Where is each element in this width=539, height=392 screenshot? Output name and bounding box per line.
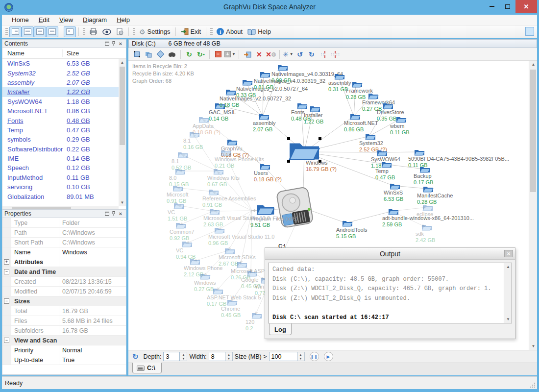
float-window-icon[interactable] xyxy=(103,211,110,217)
graph-node-sdk[interactable]: sdk2.42 GB xyxy=(416,223,435,244)
graph-node-winkits[interactable]: Windows Kits0.67 GB xyxy=(207,168,240,188)
table-row[interactable]: Temp0.47 GB xyxy=(2,125,119,135)
graph-node-msnet[interactable]: Microsoft.NET0.86 GB xyxy=(344,113,378,133)
graph-node-microsoft[interactable]: Microsoft0.91 GB xyxy=(167,184,189,204)
view-details-button[interactable] xyxy=(34,26,46,37)
duplicate-button[interactable] xyxy=(143,49,154,60)
settings-button[interactable]: ⚙ Settings xyxy=(137,26,173,37)
output-scrollbar[interactable]: ▲ ▼ xyxy=(504,263,512,323)
pin-icon[interactable] xyxy=(110,41,117,47)
table-row[interactable]: WinSxS6.53 GB xyxy=(2,59,119,68)
find-button[interactable] xyxy=(167,49,177,60)
property-row[interactable]: Modified02/07/15 20:46:59 xyxy=(2,287,126,296)
property-row[interactable]: +Attributes xyxy=(2,257,126,267)
play-button[interactable]: ▶ xyxy=(324,352,333,361)
folder-name-cell[interactable]: System32 xyxy=(2,70,63,77)
spin-up-icon[interactable]: ▲ xyxy=(299,353,302,357)
property-row[interactable]: PriorityNormal xyxy=(2,345,126,355)
spin-down-icon[interactable]: ▼ xyxy=(299,357,302,361)
folder-name-cell[interactable]: Speech xyxy=(2,164,63,172)
property-row[interactable]: Up-to-dateTrue xyxy=(2,355,126,365)
toolbar-grip[interactable] xyxy=(83,28,85,36)
collapse-minus-icon[interactable]: − xyxy=(4,298,9,304)
expand-node-button[interactable]: +▼ xyxy=(224,49,236,60)
close-panel-icon[interactable]: ✕ xyxy=(117,41,124,47)
graph-node-winsxs[interactable]: WinSxS6.53 GB xyxy=(384,182,403,202)
scroll-down-arrow-icon[interactable]: ▼ xyxy=(504,316,512,323)
import-node-button[interactable] xyxy=(242,49,253,60)
graph-node-pf86[interactable]: Program Files (x86)9.51 GB xyxy=(250,202,298,228)
expand-plus-icon[interactable]: + xyxy=(4,259,9,265)
graph-node-vc2[interactable]: VC0.94 GB xyxy=(176,240,196,260)
menu-view[interactable]: View xyxy=(54,15,78,24)
scroll-up-arrow-icon[interactable]: ▲ xyxy=(119,59,126,66)
table-row[interactable]: Installer1.22 GB xyxy=(2,87,119,97)
output-close-button[interactable]: ✕ xyxy=(504,250,513,257)
toolbar-grip[interactable] xyxy=(5,28,8,36)
spinner-buttons[interactable]: ▲▼ xyxy=(180,352,187,361)
spin-down-icon[interactable]: ▼ xyxy=(227,357,230,361)
pin-icon[interactable] xyxy=(110,211,117,217)
folder-name-cell[interactable]: Installer xyxy=(2,88,63,96)
spin-up-icon[interactable]: ▲ xyxy=(182,353,185,357)
spin-down-icon[interactable]: ▼ xyxy=(182,357,185,361)
refresh-button[interactable]: ↻ xyxy=(184,49,195,60)
width-input[interactable] xyxy=(209,352,225,361)
output-panel-button[interactable] xyxy=(64,26,76,37)
folder-name-cell[interactable]: Temp xyxy=(2,126,63,134)
refresh-all-button[interactable]: ↻● xyxy=(196,49,206,60)
view-tree-button[interactable] xyxy=(9,26,22,37)
maximize-button[interactable] xyxy=(500,0,515,13)
layout-radial-button[interactable]: ✳▼ xyxy=(283,49,294,60)
folder-name-cell[interactable]: SysWOW64 xyxy=(2,98,63,105)
graph-node-wbem[interactable]: wbem0.11 GB xyxy=(390,116,410,136)
output-log-area[interactable]: Cached data:Disk (C:\), capacity: 48.5 G… xyxy=(268,263,512,323)
table-row[interactable]: symbols0.29 GB xyxy=(2,135,119,144)
spinner-buttons[interactable]: ▲▼ xyxy=(297,352,305,361)
property-row[interactable]: Total16.79 GB xyxy=(2,306,126,316)
property-row[interactable]: Files5.68 MB in 24 files xyxy=(2,316,126,326)
delete-node-button[interactable]: ✕ xyxy=(254,49,265,60)
graph-node-android[interactable]: AndroidTools5.15 GB xyxy=(336,220,368,240)
table-row[interactable]: Fonts0.48 GB xyxy=(2,116,119,125)
deselect-button[interactable] xyxy=(155,49,166,60)
toolbar-overflow-button[interactable] xyxy=(525,27,534,36)
resize-grip[interactable] xyxy=(530,382,536,388)
property-group-row[interactable]: −View and Scan xyxy=(2,336,126,345)
table-row[interactable]: System322.52 GB xyxy=(2,68,119,77)
spin-up-icon[interactable]: ▲ xyxy=(227,353,230,357)
graph-node-eclipse[interactable]: eclipse xyxy=(416,204,433,218)
folder-name-cell[interactable]: Microsoft.NET xyxy=(2,107,63,115)
spread-horizontal-button[interactable]: ∷ xyxy=(318,49,329,60)
menu-diagram[interactable]: Diagram xyxy=(78,15,112,24)
print-button[interactable] xyxy=(87,26,100,37)
property-group-row[interactable]: −Sizes xyxy=(2,296,126,306)
property-row[interactable]: Created08/22/13 13:36:15 xyxy=(2,277,126,287)
toolbar-grip[interactable] xyxy=(133,28,135,36)
select-region-button[interactable] xyxy=(131,49,142,60)
contents-vertical-scrollbar[interactable]: ▲ ▼ xyxy=(119,59,126,206)
graph-node-k81a[interactable]: 8.10.16 GB xyxy=(183,130,203,150)
folder-name-cell[interactable]: servicing xyxy=(2,183,63,191)
scroll-down-arrow-icon[interactable]: ▼ xyxy=(529,343,538,350)
folder-name-cell[interactable]: Globalization xyxy=(2,193,63,200)
collapse-minus-icon[interactable]: − xyxy=(4,269,9,274)
menu-edit[interactable]: Edit xyxy=(34,15,54,24)
selection-handle[interactable] xyxy=(287,160,290,163)
table-row[interactable]: SysWOW641.18 GB xyxy=(2,97,119,106)
menu-home[interactable]: Home xyxy=(7,15,34,24)
graph-node-backup[interactable]: Backup0.17 GB xyxy=(414,166,433,186)
table-row[interactable]: assembly2.07 GB xyxy=(2,78,119,87)
graph-node-manifest[interactable]: ManifestCache0.28 GB xyxy=(417,185,453,205)
graph-node-temp[interactable]: Temp0.47 GB xyxy=(375,161,395,181)
table-row[interactable]: SoftwareDistribution0.22 GB xyxy=(2,145,119,154)
page-setup-button[interactable] xyxy=(114,26,126,37)
view-list-button[interactable] xyxy=(22,26,34,37)
table-row[interactable]: Globalization89.01 MB xyxy=(2,192,119,201)
spinner-buttons[interactable]: ▲▼ xyxy=(225,352,233,361)
help-button[interactable]: Help xyxy=(245,26,273,37)
table-row[interactable]: InputMethod0.11 GB xyxy=(2,173,119,182)
property-group-row[interactable]: −Date and Time xyxy=(2,267,126,277)
scrollbar-thumb[interactable] xyxy=(120,67,125,145)
close-button[interactable]: ✕ xyxy=(515,0,537,13)
